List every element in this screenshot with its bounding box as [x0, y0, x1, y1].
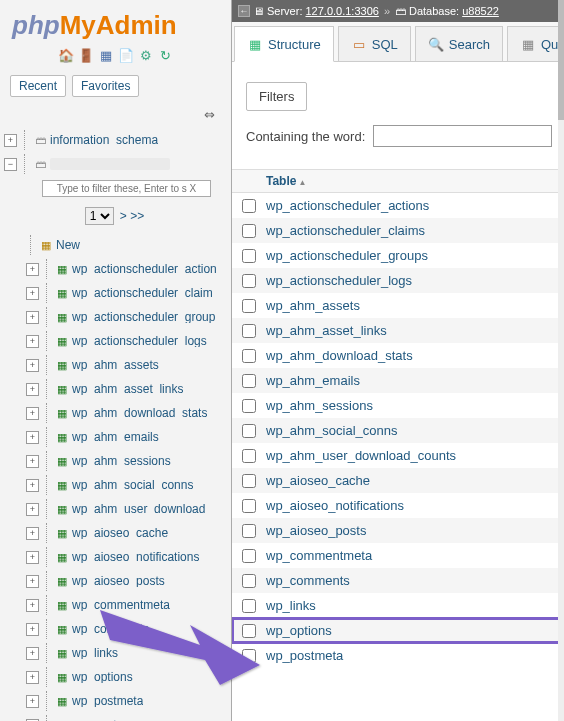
- gear-icon[interactable]: ⚙: [138, 47, 154, 63]
- home-icon[interactable]: 🏠: [58, 47, 74, 63]
- expand-icon[interactable]: +: [26, 287, 39, 300]
- expand-icon[interactable]: +: [26, 311, 39, 324]
- exit-icon[interactable]: 🚪: [78, 47, 94, 63]
- expand-icon[interactable]: +: [26, 671, 39, 684]
- recent-tab[interactable]: Recent: [10, 75, 66, 97]
- table-name-link[interactable]: wp_ahm_assets: [266, 298, 360, 313]
- expand-icon[interactable]: +: [26, 407, 39, 420]
- tree-filter-input[interactable]: [42, 180, 211, 197]
- tree-table-label[interactable]: wp_actionscheduler_action: [72, 263, 217, 275]
- tree-table-label[interactable]: wp_ahm_download_stats: [72, 407, 207, 419]
- row-checkbox[interactable]: [242, 474, 256, 488]
- table-name-link[interactable]: wp_ahm_asset_links: [266, 323, 387, 338]
- expand-icon[interactable]: +: [26, 263, 39, 276]
- tree-table-label[interactable]: wp_aioseo_posts: [72, 575, 165, 587]
- table-name-link[interactable]: wp_aioseo_posts: [266, 523, 366, 538]
- expand-icon[interactable]: +: [26, 431, 39, 444]
- expand-icon[interactable]: +: [26, 695, 39, 708]
- expand-icon[interactable]: +: [26, 623, 39, 636]
- row-checkbox[interactable]: [242, 324, 256, 338]
- bc-server-link[interactable]: 127.0.0.1:3306: [305, 5, 378, 17]
- row-checkbox[interactable]: [242, 624, 256, 638]
- table-header-label[interactable]: Table▲: [266, 174, 306, 188]
- expand-icon[interactable]: +: [26, 479, 39, 492]
- sql-icon[interactable]: ▦: [98, 47, 114, 63]
- row-checkbox[interactable]: [242, 449, 256, 463]
- tree-table-label[interactable]: wp_ahm_emails: [72, 431, 159, 443]
- tree-table-label[interactable]: wp_ahm_social_conns: [72, 479, 193, 491]
- table-name-link[interactable]: wp_options: [266, 623, 332, 638]
- table-name-link[interactable]: wp_actionscheduler_actions: [266, 198, 429, 213]
- table-name-link[interactable]: wp_ahm_user_download_counts: [266, 448, 456, 463]
- tree-table-label[interactable]: wp_options: [72, 671, 133, 683]
- next-page-link[interactable]: > >>: [120, 210, 144, 222]
- tree-table-label[interactable]: wp_ahm_sessions: [72, 455, 171, 467]
- tree-table-label[interactable]: wp_ahm_assets: [72, 359, 159, 371]
- tree-table-label[interactable]: wp_comments: [72, 623, 149, 635]
- table-name-link[interactable]: wp_commentmeta: [266, 548, 372, 563]
- row-checkbox[interactable]: [242, 599, 256, 613]
- table-name-link[interactable]: wp_actionscheduler_logs: [266, 273, 412, 288]
- table-name-link[interactable]: wp_links: [266, 598, 316, 613]
- expand-icon[interactable]: +: [26, 359, 39, 372]
- breadcrumb-expand-icon[interactable]: ←: [238, 5, 250, 17]
- expand-icon[interactable]: +: [26, 551, 39, 564]
- bc-db-link[interactable]: u88522: [462, 5, 499, 17]
- tree-table-label[interactable]: wp_actionscheduler_group: [72, 311, 215, 323]
- scrollbar-thumb[interactable]: [558, 0, 564, 120]
- table-name-link[interactable]: wp_aioseo_cache: [266, 473, 370, 488]
- expand-icon[interactable]: +: [26, 647, 39, 660]
- tree-table-label[interactable]: wp_aioseo_cache: [72, 527, 168, 539]
- row-checkbox[interactable]: [242, 524, 256, 538]
- collapse-icon[interactable]: −: [4, 158, 17, 171]
- expand-icon[interactable]: +: [26, 599, 39, 612]
- table-name-link[interactable]: wp_comments: [266, 573, 350, 588]
- row-checkbox[interactable]: [242, 249, 256, 263]
- table-name-link[interactable]: wp_postmeta: [266, 648, 343, 663]
- table-name-link[interactable]: wp_actionscheduler_claims: [266, 223, 425, 238]
- row-checkbox[interactable]: [242, 399, 256, 413]
- tree-table-label[interactable]: wp_actionscheduler_claim: [72, 287, 213, 299]
- expand-icon[interactable]: +: [26, 383, 39, 396]
- table-name-link[interactable]: wp_ahm_social_conns: [266, 423, 398, 438]
- row-checkbox[interactable]: [242, 199, 256, 213]
- tree-table-label[interactable]: wp_actionscheduler_logs: [72, 335, 207, 347]
- table-name-link[interactable]: wp_ahm_sessions: [266, 398, 373, 413]
- tree-table-label[interactable]: wp_ahm_user_download_: [72, 503, 212, 515]
- row-checkbox[interactable]: [242, 574, 256, 588]
- tab-structure[interactable]: ▦Structure: [234, 26, 334, 62]
- collapse-icon[interactable]: ⇔: [0, 107, 231, 128]
- db-info-schema[interactable]: information_schema: [50, 134, 158, 146]
- row-checkbox[interactable]: [242, 424, 256, 438]
- db-current[interactable]: [50, 158, 170, 170]
- expand-icon[interactable]: +: [4, 134, 17, 147]
- tree-table-label[interactable]: wp_postmeta: [72, 695, 143, 707]
- table-name-link[interactable]: wp_ahm_emails: [266, 373, 360, 388]
- tab-qu[interactable]: ▦Qu: [507, 26, 564, 61]
- tab-sql[interactable]: ▭SQL: [338, 26, 411, 61]
- row-checkbox[interactable]: [242, 349, 256, 363]
- expand-icon[interactable]: +: [26, 527, 39, 540]
- row-checkbox[interactable]: [242, 649, 256, 663]
- expand-icon[interactable]: +: [26, 455, 39, 468]
- table-name-link[interactable]: wp_ahm_download_stats: [266, 348, 413, 363]
- expand-icon[interactable]: +: [26, 575, 39, 588]
- page-select[interactable]: 1: [85, 207, 114, 225]
- row-checkbox[interactable]: [242, 274, 256, 288]
- scrollbar-vertical[interactable]: [558, 0, 564, 721]
- logo[interactable]: phpMyAdmin: [0, 0, 231, 43]
- filter-word-input[interactable]: [373, 125, 552, 147]
- new-link[interactable]: New: [56, 239, 80, 251]
- row-checkbox[interactable]: [242, 374, 256, 388]
- expand-icon[interactable]: +: [26, 335, 39, 348]
- tree-table-label[interactable]: wp_links: [72, 647, 118, 659]
- row-checkbox[interactable]: [242, 549, 256, 563]
- row-checkbox[interactable]: [242, 299, 256, 313]
- table-name-link[interactable]: wp_aioseo_notifications: [266, 498, 404, 513]
- tree-table-label[interactable]: wp_ahm_asset_links: [72, 383, 183, 395]
- tab-search[interactable]: 🔍Search: [415, 26, 503, 61]
- table-name-link[interactable]: wp_actionscheduler_groups: [266, 248, 428, 263]
- tree-table-label[interactable]: wp_commentmeta: [72, 599, 170, 611]
- doc-icon[interactable]: 📄: [118, 47, 134, 63]
- reload-icon[interactable]: ↻: [158, 47, 174, 63]
